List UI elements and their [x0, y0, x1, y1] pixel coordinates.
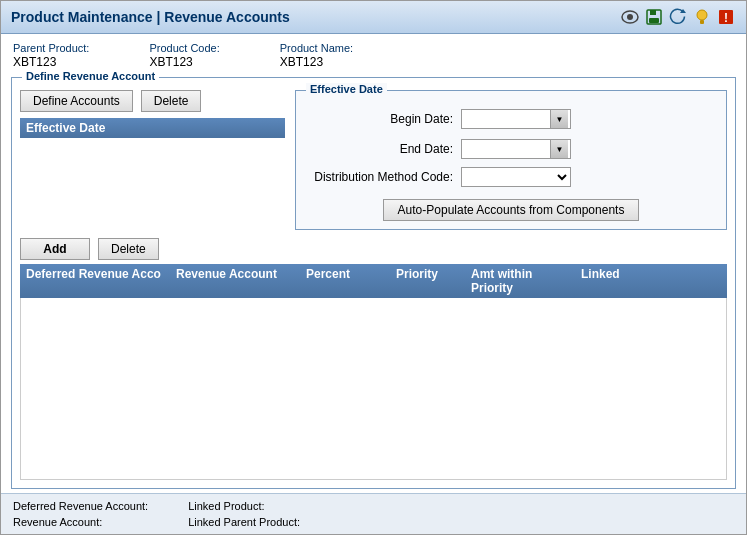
- col-header-deferred: Deferred Revenue Acco: [20, 267, 170, 295]
- warning-icon[interactable]: !: [716, 7, 736, 27]
- define-accounts-button[interactable]: Define Accounts: [20, 90, 133, 112]
- bulb-icon[interactable]: [692, 7, 712, 27]
- effective-date-panel: Effective Date Begin Date: ▼ End Date: ▼: [295, 90, 727, 230]
- eye-icon[interactable]: [620, 7, 640, 27]
- svg-point-1: [627, 14, 633, 20]
- left-panel: Define Accounts Delete Effective Date: [20, 90, 285, 230]
- col-header-percent: Percent: [300, 267, 390, 295]
- begin-date-dropdown-icon[interactable]: ▼: [550, 110, 568, 128]
- revenue-account-label: Revenue Account:: [13, 516, 148, 528]
- delete-left-button[interactable]: Delete: [141, 90, 202, 112]
- begin-date-label: Begin Date:: [308, 112, 453, 126]
- section-inner: Define Accounts Delete Effective Date Ef…: [20, 90, 727, 230]
- begin-date-input[interactable]: ▼: [461, 109, 571, 129]
- svg-text:!: !: [724, 11, 728, 25]
- begin-date-field[interactable]: [462, 112, 550, 126]
- auto-populate-row: Auto-Populate Accounts from Components: [308, 199, 714, 221]
- product-name-label: Product Name:: [280, 42, 353, 54]
- end-date-label: End Date:: [308, 142, 453, 156]
- end-date-dropdown-icon[interactable]: ▼: [550, 140, 568, 158]
- end-date-row: End Date: ▼: [308, 139, 714, 159]
- table-section: Add Delete Deferred Revenue Acco Revenue…: [20, 238, 727, 480]
- save-icon[interactable]: [644, 7, 664, 27]
- col-header-amt: Amt within Priority: [465, 267, 575, 295]
- distribution-row: Distribution Method Code:: [308, 167, 714, 187]
- parent-product-value: XBT123: [13, 55, 89, 69]
- product-name-group: Product Name: XBT123: [280, 42, 353, 69]
- table-body: [20, 298, 727, 480]
- table-btn-row: Add Delete: [20, 238, 727, 260]
- header-icons: !: [620, 7, 736, 27]
- parent-product-label: Parent Product:: [13, 42, 89, 54]
- header: Product Maintenance | Revenue Accounts !: [1, 1, 746, 34]
- distribution-label: Distribution Method Code:: [308, 170, 453, 184]
- product-code-label: Product Code:: [149, 42, 219, 54]
- section-title: Define Revenue Account: [22, 70, 159, 82]
- distribution-select[interactable]: [462, 170, 570, 184]
- col-header-revenue: Revenue Account: [170, 267, 300, 295]
- end-date-field[interactable]: [462, 142, 550, 156]
- svg-rect-7: [700, 20, 704, 24]
- col-header-priority: Priority: [390, 267, 465, 295]
- parent-product-group: Parent Product: XBT123: [13, 42, 89, 69]
- footer-right: Linked Product: Linked Parent Product:: [188, 500, 300, 528]
- page-title: Product Maintenance | Revenue Accounts: [11, 9, 290, 25]
- footer-left: Deferred Revenue Account: Revenue Accoun…: [13, 500, 148, 528]
- define-revenue-account-section: Define Revenue Account Define Accounts D…: [11, 77, 736, 489]
- footer: Deferred Revenue Account: Revenue Accoun…: [1, 493, 746, 534]
- deferred-revenue-label: Deferred Revenue Account:: [13, 500, 148, 512]
- top-btn-row: Define Accounts Delete: [20, 90, 285, 112]
- linked-parent-label: Linked Parent Product:: [188, 516, 300, 528]
- product-code-group: Product Code: XBT123: [149, 42, 219, 69]
- refresh-icon[interactable]: [668, 7, 688, 27]
- auto-populate-button[interactable]: Auto-Populate Accounts from Components: [383, 199, 640, 221]
- begin-date-row: Begin Date: ▼: [308, 109, 714, 129]
- svg-point-6: [697, 10, 707, 20]
- end-date-input[interactable]: ▼: [461, 139, 571, 159]
- svg-rect-4: [649, 18, 659, 23]
- product-code-value: XBT123: [149, 55, 219, 69]
- product-name-value: XBT123: [280, 55, 353, 69]
- add-button[interactable]: Add: [20, 238, 90, 260]
- distribution-select-wrapper[interactable]: [461, 167, 571, 187]
- linked-product-label: Linked Product:: [188, 500, 300, 512]
- col-header-linked: Linked: [575, 267, 645, 295]
- effective-date-panel-title: Effective Date: [306, 83, 387, 95]
- effective-date-list-header: Effective Date: [20, 118, 285, 138]
- delete-button[interactable]: Delete: [98, 238, 159, 260]
- svg-rect-3: [650, 10, 656, 15]
- fields-row: Parent Product: XBT123 Product Code: XBT…: [1, 34, 746, 73]
- table-header: Deferred Revenue Acco Revenue Account Pe…: [20, 264, 727, 298]
